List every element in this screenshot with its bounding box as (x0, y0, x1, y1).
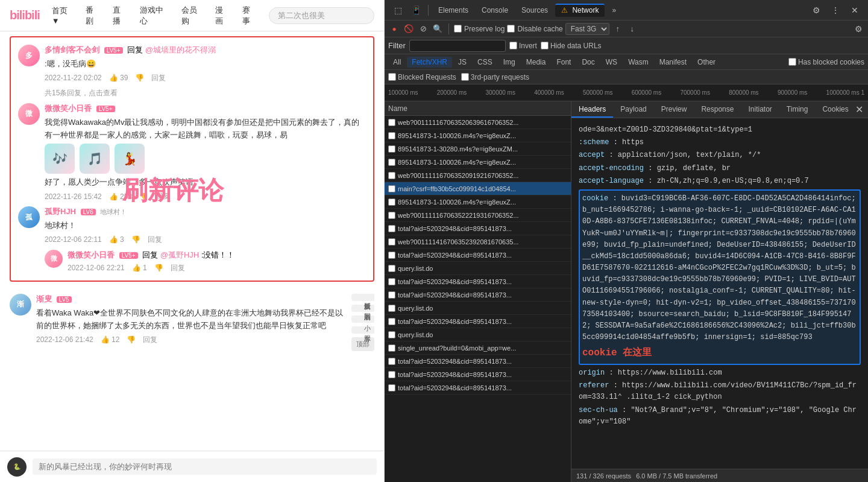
username-3[interactable]: 微微笑小日香 (45, 104, 92, 113)
req-row-4[interactable]: web?001111167063520919216706352... (385, 169, 571, 182)
comment-reply-btn-6[interactable]: 回复 (143, 335, 157, 345)
more-options-icon[interactable]: ⋮ (827, 2, 844, 19)
close-devtools-icon[interactable]: ✕ (846, 2, 863, 19)
req-check-6[interactable] (388, 198, 395, 206)
hide-data-checkbox[interactable] (541, 42, 549, 49)
blocked-cookies-checkbox[interactable] (788, 58, 796, 66)
clear-btn[interactable]: 🚫 (403, 23, 415, 35)
username-1[interactable]: 多情剑客不会剑 (45, 45, 99, 54)
req-row-0[interactable]: web?001111167063520639616706352... (385, 116, 571, 129)
req-row-13[interactable]: total?aid=52032948&cid=895141873... (385, 288, 571, 302)
req-check-20[interactable] (388, 384, 395, 392)
type-fetch[interactable]: Fetch/XHR (407, 57, 452, 68)
network-settings-icon[interactable]: ⚙ (852, 23, 864, 35)
top-btn[interactable]: 顶部 (351, 337, 374, 351)
nav-sports[interactable]: 赛事 (240, 4, 260, 28)
req-check-12[interactable] (388, 278, 395, 285)
req-row-15[interactable]: total?aid=52032948&cid=895141873... (385, 315, 571, 328)
req-row-12[interactable]: total?aid=52032948&cid=895141873... (385, 275, 571, 288)
tab-elements[interactable]: Elements (432, 4, 474, 17)
dtab-preview[interactable]: Preview (654, 101, 694, 118)
dtab-headers[interactable]: Headers (571, 101, 613, 118)
disable-cache-checkbox[interactable] (507, 25, 515, 33)
nav-games[interactable]: 游戏中心 (137, 4, 172, 28)
dtab-initiator[interactable]: Initiator (741, 101, 779, 118)
username-6[interactable]: 渐叟 (36, 294, 52, 303)
dtab-payload[interactable]: Payload (613, 101, 653, 118)
comment-dislike-5[interactable]: 👎 (154, 264, 163, 272)
comment-reply-btn-5[interactable]: 回复 (171, 263, 185, 273)
req-check-18[interactable] (388, 358, 395, 365)
nav-live[interactable]: 直播 (110, 4, 130, 28)
third-party-checkbox[interactable] (461, 73, 469, 81)
tab-more[interactable]: » (606, 4, 622, 17)
req-check-1[interactable] (388, 132, 395, 139)
req-check-14[interactable] (388, 305, 395, 312)
type-font[interactable]: Font (552, 57, 576, 68)
type-media[interactable]: Media (521, 57, 551, 68)
req-row-6[interactable]: 895141873-1-100026.m4s?e=ig8euxZ... (385, 195, 571, 209)
req-row-14[interactable]: query.list.do (385, 302, 571, 315)
type-ws[interactable]: WS (601, 57, 622, 68)
reply-to-5[interactable]: @孤野HJH (160, 250, 199, 259)
nav-home[interactable]: 首页▼ (49, 4, 77, 27)
nav-manga[interactable]: 漫画 (213, 4, 233, 28)
tab-console[interactable]: Console (476, 4, 514, 17)
req-row-8[interactable]: total?aid=52032948&cid=895141873... (385, 222, 571, 235)
comment-dislike-6[interactable]: 👎 (127, 335, 136, 344)
record-btn[interactable]: ● (388, 23, 400, 35)
close-details-btn[interactable]: ✕ (855, 104, 863, 115)
comment-reply-btn-4[interactable]: 回复 (148, 235, 162, 245)
req-check-0[interactable] (388, 119, 395, 126)
req-check-16[interactable] (388, 331, 395, 338)
req-row-16[interactable]: query.list.do (385, 328, 571, 341)
preserve-log-label[interactable]: Preserve log (454, 25, 505, 33)
req-check-13[interactable] (388, 291, 395, 299)
comment-likes-3[interactable]: 👍 253 (109, 192, 132, 201)
new-version-btn[interactable]: 新版反馈 (351, 294, 374, 301)
customer-btn[interactable]: 客服 (351, 326, 374, 334)
nav-membership[interactable]: 会员购 (179, 4, 206, 28)
type-js[interactable]: JS (453, 57, 471, 68)
type-all[interactable]: All (388, 57, 406, 68)
type-img[interactable]: Img (498, 57, 520, 68)
device-icon[interactable]: 📱 (407, 2, 424, 19)
tab-sources[interactable]: Sources (515, 4, 554, 17)
blocked-requests-label[interactable]: Blocked Requests (388, 73, 456, 81)
comment-input[interactable] (33, 458, 377, 475)
req-check-9[interactable] (388, 238, 395, 246)
tab-network[interactable]: ⚠ Network (555, 4, 605, 17)
invert-label[interactable]: Invert (509, 42, 537, 50)
dtab-cookies[interactable]: Cookies (815, 101, 855, 118)
req-row-1[interactable]: 895141873-1-100026.m4s?e=ig8euxZ... (385, 129, 571, 142)
old-version-btn[interactable]: 回到旧版 (351, 305, 374, 312)
req-row-11[interactable]: query.list.do (385, 262, 571, 275)
nav-anime[interactable]: 番剧 (83, 4, 103, 28)
invert-checkbox[interactable] (509, 42, 517, 49)
throttle-select[interactable]: Fast 3G (565, 23, 609, 35)
req-check-2[interactable] (388, 145, 395, 153)
expand-replies[interactable]: 共15条回复，点击查看 (45, 88, 366, 98)
req-row-3[interactable]: 895141873-1-100026.m4s?e=ig8euxZ... (385, 156, 571, 169)
req-row-2[interactable]: 895141873-1-30280.m4s?e=ig8euxZM... (385, 142, 571, 156)
hide-data-label[interactable]: Hide data URLs (541, 42, 602, 50)
type-other[interactable]: Other (693, 57, 720, 68)
export-icon[interactable]: ↓ (626, 23, 638, 35)
req-check-8[interactable] (388, 225, 395, 232)
preserve-log-checkbox[interactable] (454, 25, 462, 33)
comment-dislike-3[interactable]: 👎 (139, 192, 148, 201)
filter-icon-btn[interactable]: ⊘ (417, 23, 429, 35)
filter-input[interactable] (409, 40, 506, 52)
req-check-10[interactable] (388, 252, 395, 259)
req-check-7[interactable] (388, 212, 395, 219)
username-4[interactable]: 孤野HJH (45, 207, 76, 216)
bilibili-logo[interactable]: bilibili (10, 8, 40, 22)
req-check-11[interactable] (388, 265, 395, 272)
type-doc[interactable]: Doc (577, 57, 599, 68)
small-btn[interactable]: 小 (351, 316, 374, 323)
req-check-3[interactable] (388, 159, 395, 166)
blocked-requests-checkbox[interactable] (388, 73, 396, 81)
type-css[interactable]: CSS (473, 57, 497, 68)
comment-likes-1[interactable]: 👍 39 (109, 74, 128, 82)
dtab-timing[interactable]: Timing (779, 101, 816, 118)
